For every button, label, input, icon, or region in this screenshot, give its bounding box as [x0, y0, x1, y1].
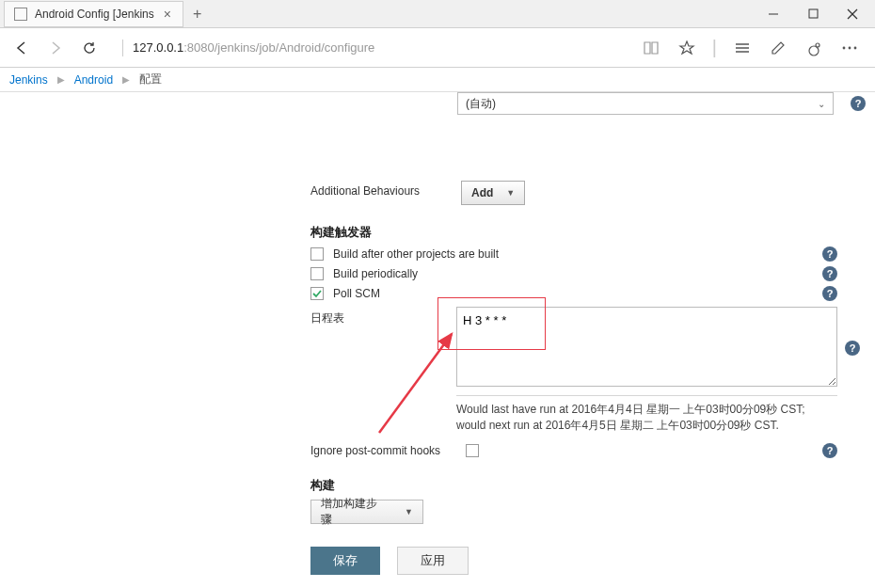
share-icon[interactable]: [803, 38, 824, 58]
url-path: :8080/jenkins/job/Android/configure: [183, 40, 374, 55]
apply-button[interactable]: 应用: [397, 547, 469, 575]
help-icon[interactable]: ?: [822, 443, 837, 458]
favorite-icon[interactable]: [676, 38, 697, 58]
svg-rect-1: [809, 9, 818, 18]
tab-title: Android Config [Jenkins: [35, 8, 154, 21]
close-window-button[interactable]: [841, 3, 864, 25]
schedule-label: 日程表: [310, 307, 456, 326]
add-behaviour-button[interactable]: Add ▼: [461, 181, 525, 205]
help-icon[interactable]: ?: [822, 266, 837, 281]
svg-point-11: [849, 46, 851, 49]
window-controls: [762, 3, 875, 25]
select-value: (自动): [466, 96, 496, 112]
label-build-after[interactable]: Build after other projects are built: [333, 247, 499, 261]
breadcrumb-android[interactable]: Android: [74, 73, 113, 87]
build-dd-label: 增加构建步骤: [321, 496, 388, 528]
caret-down-icon: ▼: [405, 507, 413, 516]
address-bar[interactable]: 127.0.0.1:8080/jenkins/job/Android/confi…: [115, 34, 529, 62]
caret-down-icon: ▼: [506, 188, 515, 198]
help-icon[interactable]: ?: [845, 341, 860, 356]
save-button[interactable]: 保存: [310, 547, 380, 575]
add-build-step-button[interactable]: 增加构建步骤 ▼: [310, 500, 423, 524]
more-icon[interactable]: [839, 38, 860, 58]
browser-tab[interactable]: Android Config [Jenkins ×: [4, 1, 183, 27]
reading-view-icon[interactable]: [641, 38, 661, 58]
url-host: 127.0.0.1: [133, 40, 183, 55]
help-icon[interactable]: ?: [851, 96, 866, 111]
schedule-textarea[interactable]: [456, 307, 837, 387]
chevron-right-icon: ▶: [122, 74, 130, 85]
svg-point-10: [843, 46, 846, 49]
browser-toolbar: 127.0.0.1:8080/jenkins/job/Android/confi…: [0, 28, 875, 68]
checkbox-ignore-hooks[interactable]: [466, 444, 479, 457]
label-poll-scm[interactable]: Poll SCM: [333, 287, 380, 300]
separator: |: [712, 37, 717, 58]
add-btn-label: Add: [471, 186, 493, 199]
checkbox-build-periodically[interactable]: [310, 267, 324, 280]
minimize-button[interactable]: [762, 3, 785, 25]
tab-favicon: [14, 8, 27, 21]
maximize-button[interactable]: [802, 3, 824, 25]
section-build: 构建: [310, 477, 866, 494]
webnote-icon[interactable]: [768, 38, 788, 58]
chevron-down-icon: ⌄: [818, 99, 825, 109]
divider: [456, 395, 837, 396]
refresh-button[interactable]: [75, 34, 103, 62]
hub-icon[interactable]: [732, 38, 753, 58]
content: (自动) ⌄ ? Additional Behaviours Add ▼ 构建触…: [0, 92, 875, 575]
breadcrumb-config[interactable]: 配置: [139, 72, 162, 87]
chevron-right-icon: ▶: [57, 74, 65, 85]
ignore-label: Ignore post-commit hooks: [310, 444, 456, 457]
help-icon[interactable]: ?: [822, 286, 837, 301]
checkbox-build-after[interactable]: [310, 247, 324, 261]
select-auto[interactable]: (自动) ⌄: [457, 92, 834, 115]
section-build-triggers: 构建触发器: [310, 224, 866, 241]
label-blank: [310, 92, 457, 96]
breadcrumb: Jenkins ▶ Android ▶ 配置: [0, 68, 875, 92]
help-icon[interactable]: ?: [822, 246, 837, 262]
toolbar-right: |: [641, 37, 867, 58]
svg-point-9: [816, 43, 819, 47]
additional-behaviours-label: Additional Behaviours: [310, 181, 461, 198]
schedule-info: Would last have run at 2016年4月4日 星期一 上午0…: [456, 402, 837, 434]
titlebar: Android Config [Jenkins × +: [0, 0, 875, 28]
new-tab-button[interactable]: +: [183, 6, 211, 23]
forward-button[interactable]: [41, 34, 70, 62]
svg-point-12: [854, 46, 857, 49]
checkbox-poll-scm[interactable]: [310, 287, 324, 300]
breadcrumb-jenkins[interactable]: Jenkins: [9, 73, 48, 87]
label-build-periodically[interactable]: Build periodically: [333, 267, 418, 280]
back-button[interactable]: [8, 34, 36, 62]
close-tab-icon[interactable]: ×: [162, 7, 173, 22]
